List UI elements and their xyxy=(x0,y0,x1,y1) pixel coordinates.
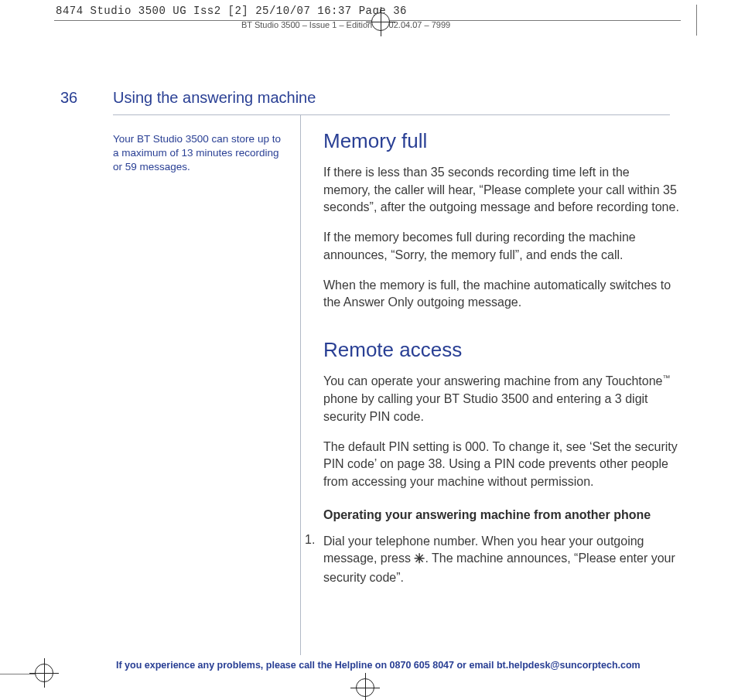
registration-mark-icon xyxy=(356,678,374,697)
trademark-symbol: ™ xyxy=(663,374,671,382)
text-segment: You can operate your answering machine f… xyxy=(323,374,663,388)
ordered-step: 1. Dial your telephone number. When you … xyxy=(305,533,679,587)
paragraph: You can operate your answering machine f… xyxy=(323,373,679,425)
vertical-divider xyxy=(300,115,301,655)
page-header: 36 Using the answering machine xyxy=(60,89,679,107)
registration-mark-icon xyxy=(371,12,390,31)
heading-remote-access: Remote access xyxy=(323,338,679,362)
section-title: Using the answering machine xyxy=(113,89,316,107)
content-columns: Your BT Studio 3500 can store up to a ma… xyxy=(113,115,679,586)
subheading: Operating your answering machine from an… xyxy=(323,508,679,522)
main-column: Memory full If there is less than 35 sec… xyxy=(300,115,679,586)
paragraph: If there is less than 35 seconds recordi… xyxy=(323,164,679,217)
side-note: Your BT Studio 3500 can store up to a ma… xyxy=(113,115,300,586)
registration-mark-icon xyxy=(35,664,53,682)
print-header: 8474 Studio 3500 UG Iss2 [2] 25/10/07 16… xyxy=(56,5,407,17)
heading-memory-full: Memory full xyxy=(323,129,679,153)
step-text: Dial your telephone number. When you hea… xyxy=(323,533,679,587)
page-number: 36 xyxy=(60,89,84,107)
crop-mark xyxy=(696,5,697,36)
crop-mark xyxy=(54,20,681,21)
help-footer: If you experience any problems, please c… xyxy=(116,660,641,671)
text-segment: phone by calling your BT Studio 3500 and… xyxy=(323,392,648,423)
paragraph: If the memory becomes full during record… xyxy=(323,229,679,264)
paragraph: When the memory is full, the machine aut… xyxy=(323,277,679,312)
page-body: 36 Using the answering machine Your BT S… xyxy=(60,89,679,586)
step-number: 1. xyxy=(305,533,315,547)
print-subheader: BT Studio 3500 – Issue 1 – Edition 2.1 0… xyxy=(241,20,450,29)
paragraph: The default PIN setting is 000. To chang… xyxy=(323,439,679,491)
star-key-icon: ✳ xyxy=(414,551,425,566)
